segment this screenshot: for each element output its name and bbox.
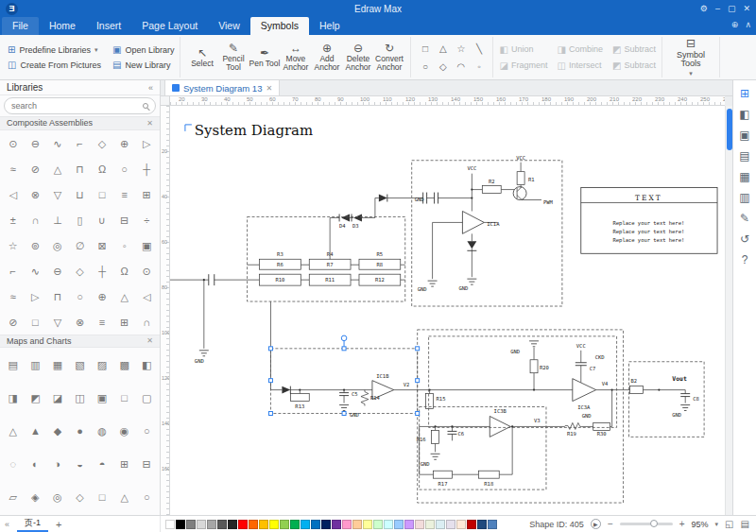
- symbol-tools-button[interactable]: ⊟ Symbol Tools ▾: [668, 38, 713, 77]
- library-symbol[interactable]: ┼: [91, 259, 113, 284]
- library-symbol[interactable]: ▣: [135, 233, 158, 259]
- library-symbol[interactable]: ○: [135, 415, 158, 448]
- library-symbol[interactable]: ⊟: [135, 448, 158, 481]
- library-symbol[interactable]: ◆: [46, 415, 69, 448]
- library-symbol[interactable]: ●: [69, 415, 92, 448]
- library-symbol[interactable]: ◓: [91, 448, 113, 481]
- maximize-icon[interactable]: ▢: [728, 4, 736, 13]
- library-symbol[interactable]: ▽: [46, 310, 69, 335]
- library-symbol[interactable]: ▤: [2, 349, 25, 382]
- palette-color[interactable]: [425, 520, 435, 529]
- library-symbol[interactable]: ┼: [135, 157, 158, 182]
- library-symbol[interactable]: ≡: [91, 310, 113, 335]
- play-icon[interactable]: ▶: [591, 519, 601, 529]
- library-search[interactable]: [4, 97, 156, 114]
- tool-button-delete-anchor[interactable]: ⊖Delete Anchor: [342, 43, 373, 72]
- tool-button-pencil-tool[interactable]: ✎Pencil Tool: [217, 43, 249, 72]
- library-symbol[interactable]: ◇: [69, 259, 92, 284]
- tool-button-move-anchor[interactable]: ↔Move Anchor: [280, 43, 311, 72]
- tool-button-select[interactable]: ↖Select: [186, 47, 217, 68]
- library-symbol[interactable]: ∩: [135, 310, 158, 335]
- zoom-slider-knob[interactable]: [650, 520, 658, 527]
- palette-color[interactable]: [197, 520, 206, 529]
- library-symbol[interactable]: ⊙: [135, 259, 158, 284]
- library-symbol[interactable]: ∪: [91, 208, 113, 233]
- library-symbol[interactable]: ▷: [135, 131, 158, 157]
- library-group-title-composite[interactable]: Composite Assemblies: [7, 118, 93, 128]
- palette-color[interactable]: [165, 520, 175, 529]
- library-symbol[interactable]: ⊓: [69, 157, 92, 182]
- clipart-panel-icon[interactable]: ▦: [739, 171, 749, 182]
- library-symbol[interactable]: △: [2, 415, 25, 448]
- library-group-title-maps[interactable]: Maps and Charts: [7, 336, 72, 346]
- library-symbol[interactable]: ○: [135, 481, 158, 514]
- library-symbol[interactable]: △: [113, 284, 136, 310]
- library-symbol[interactable]: ▧: [69, 349, 92, 382]
- library-symbol[interactable]: □: [25, 310, 47, 335]
- palette-color[interactable]: [186, 520, 196, 529]
- library-symbol[interactable]: ☆: [2, 233, 25, 259]
- collapse-ribbon-icon[interactable]: ∧: [745, 20, 751, 29]
- settings-icon[interactable]: ⚙: [700, 4, 708, 13]
- library-symbol[interactable]: ∩: [25, 208, 47, 233]
- library-button-create-from-pictures[interactable]: ◫Create From Pictures: [8, 60, 101, 70]
- palette-color[interactable]: [207, 520, 216, 529]
- palette-color[interactable]: [477, 520, 487, 529]
- palette-color[interactable]: [311, 520, 320, 529]
- library-symbol[interactable]: ≡: [113, 182, 136, 208]
- library-symbol[interactable]: ○: [113, 157, 136, 182]
- library-symbol[interactable]: ▢: [135, 382, 158, 415]
- library-symbol[interactable]: ◁: [2, 182, 25, 208]
- library-symbol[interactable]: ◍: [91, 415, 113, 448]
- library-button-new-library[interactable]: ▤New Library: [112, 60, 174, 70]
- library-symbol[interactable]: □: [113, 382, 136, 415]
- page-view-icon[interactable]: ▤: [741, 519, 749, 529]
- palette-color[interactable]: [321, 520, 331, 529]
- close-group-icon[interactable]: ✕: [146, 336, 153, 345]
- library-symbol[interactable]: ⊘: [2, 310, 25, 335]
- add-page-button[interactable]: +: [56, 519, 61, 530]
- zoom-level[interactable]: 95%: [692, 520, 709, 529]
- collapse-pages-icon[interactable]: «: [5, 520, 9, 529]
- library-symbol[interactable]: ▱: [2, 481, 25, 514]
- library-symbol[interactable]: ▩: [113, 349, 136, 382]
- menu-tab-file[interactable]: File: [2, 17, 39, 35]
- zoom-slider[interactable]: [620, 523, 673, 525]
- library-symbol[interactable]: □: [91, 481, 113, 514]
- library-symbol[interactable]: Ω: [113, 259, 136, 284]
- library-symbol[interactable]: ⊘: [25, 157, 47, 182]
- library-symbol[interactable]: ▯: [69, 208, 92, 233]
- library-symbol[interactable]: ⌐: [69, 131, 92, 157]
- palette-color[interactable]: [394, 520, 404, 529]
- palette-color[interactable]: [290, 520, 300, 529]
- library-symbol[interactable]: ⊗: [25, 182, 47, 208]
- library-symbol[interactable]: ◒: [69, 448, 92, 481]
- chart-panel-icon[interactable]: ▤: [739, 150, 749, 162]
- library-symbol[interactable]: ⊥: [46, 208, 69, 233]
- zoom-caret-icon[interactable]: ▾: [715, 521, 719, 528]
- drawing-page[interactable]: System DiagramGNDR3R4R5R6R7R8R10R11R12D4…: [170, 106, 725, 515]
- library-button-open-library[interactable]: ▣Open Library: [112, 44, 174, 55]
- tool-button-add-anchor[interactable]: ⊕Add Anchor: [311, 43, 342, 72]
- library-symbol[interactable]: ⊚: [25, 233, 47, 259]
- library-symbol[interactable]: △: [113, 481, 136, 514]
- library-symbol[interactable]: ⊞: [135, 182, 158, 208]
- page-tab[interactable]: 页-1: [17, 516, 48, 532]
- library-symbol[interactable]: ○: [69, 284, 92, 310]
- library-symbol[interactable]: ◉: [113, 415, 136, 448]
- circuit-diagram[interactable]: System DiagramGNDR3R4R5R6R7R8R10R11R12D4…: [170, 106, 725, 515]
- library-symbol[interactable]: ◎: [46, 233, 69, 259]
- library-symbol[interactable]: ◨: [2, 382, 25, 415]
- shape-button[interactable]: ○: [417, 59, 433, 75]
- palette-color[interactable]: [363, 520, 372, 529]
- library-symbol[interactable]: □: [91, 182, 113, 208]
- palette-color[interactable]: [332, 520, 341, 529]
- tool-button-pen-tool[interactable]: ✒Pen Tool: [249, 47, 280, 68]
- library-symbol[interactable]: ⊞: [113, 448, 136, 481]
- library-symbol[interactable]: ◎: [46, 481, 69, 514]
- shape-button[interactable]: △: [435, 41, 451, 57]
- share-icon[interactable]: ⊕: [731, 20, 739, 29]
- selection-handles[interactable]: [268, 335, 419, 415]
- library-symbol[interactable]: ◫: [69, 382, 92, 415]
- collapse-panel-icon[interactable]: «: [148, 83, 153, 93]
